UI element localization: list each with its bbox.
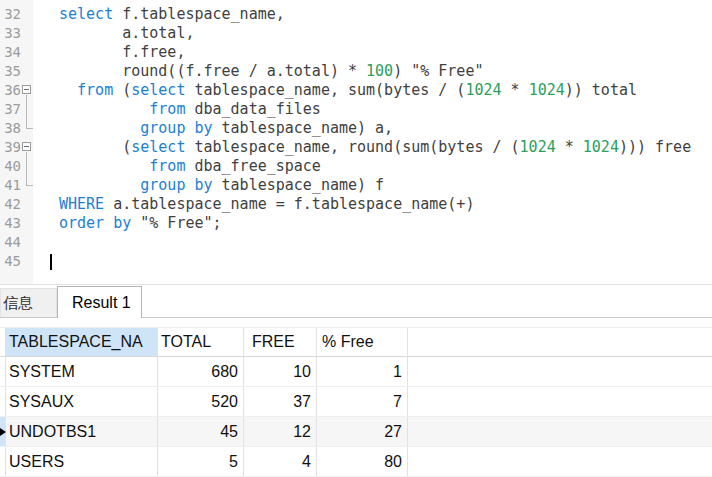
table-cell[interactable]: 680	[158, 357, 244, 386]
sql-text: f.free,	[59, 43, 185, 61]
code-line-42[interactable]: 42WHERE a.tablespace_name = f.tablespace…	[0, 195, 712, 214]
code-text: round((f.free / a.total) * 100) "% Free"	[33, 62, 483, 81]
code-line-36[interactable]: 36 from (select tablespace_name, sum(byt…	[0, 81, 712, 100]
table-row[interactable]: SYSAUX520377	[0, 387, 712, 417]
table-cell[interactable]: 80	[317, 447, 408, 476]
sql-text: tablespace_name, round(sum(bytes / (	[185, 138, 519, 156]
editor-lines: 3132select f.tablespace_name,33 a.total,…	[0, 0, 712, 271]
code-line-33[interactable]: 33 a.total,	[0, 24, 712, 43]
code-line-32[interactable]: 32select f.tablespace_name,	[0, 5, 712, 24]
table-cell[interactable]: 4	[244, 447, 317, 476]
fold-decoration	[21, 5, 33, 24]
fold-toggle-icon[interactable]	[21, 138, 33, 157]
code-line-38[interactable]: 38 group by tablespace_name) a,	[0, 119, 712, 138]
sql-keyword: group by	[140, 119, 212, 137]
column-header-pct-free[interactable]: % Free	[317, 328, 408, 356]
column-header-tablespace-name[interactable]: TABLESPACE_NA	[6, 328, 158, 356]
code-text: group by tablespace_name) a,	[33, 119, 393, 138]
table-cell[interactable]: SYSAUX	[6, 387, 158, 416]
fold-decoration	[21, 176, 33, 195]
line-number: 44	[0, 233, 21, 252]
sql-text: tablespace_name, sum(bytes / (	[185, 81, 465, 99]
code-text: (select tablespace_name, round(sum(bytes…	[33, 138, 691, 157]
table-cell[interactable]: 45	[158, 417, 244, 446]
code-line-35[interactable]: 35 round((f.free / a.total) * 100) "% Fr…	[0, 62, 712, 81]
fold-decoration	[21, 62, 33, 81]
fold-collapse-minus-icon[interactable]	[22, 85, 31, 94]
code-line-34[interactable]: 34 f.free,	[0, 43, 712, 62]
row-marker-cell	[0, 387, 6, 416]
sql-keyword: from	[149, 157, 185, 175]
row-marker-header-cell	[0, 328, 6, 356]
table-cell[interactable]: 10	[244, 357, 317, 386]
row-marker-cell	[0, 417, 6, 446]
column-header-free[interactable]: FREE	[244, 328, 317, 356]
fold-toggle-icon[interactable]	[21, 81, 33, 100]
code-line-39[interactable]: 39 (select tablespace_name, round(sum(by…	[0, 138, 712, 157]
sql-text	[59, 119, 140, 137]
sql-keyword: from	[149, 100, 185, 118]
table-row[interactable]: UNDOTBS1451227	[0, 417, 712, 447]
sql-text: (	[59, 138, 131, 156]
line-number: 43	[0, 214, 21, 233]
code-line-41[interactable]: 41 group by tablespace_name) f	[0, 176, 712, 195]
code-text	[33, 233, 59, 252]
fold-decoration	[21, 157, 33, 176]
table-cell[interactable]: 37	[244, 387, 317, 416]
column-header-total[interactable]: TOTAL	[158, 328, 244, 356]
sql-text: ) "% Free"	[393, 62, 483, 80]
line-number: 34	[0, 43, 21, 62]
code-line-45[interactable]: 45	[0, 252, 712, 271]
code-text: order by "% Free";	[33, 214, 222, 233]
code-line-44[interactable]: 44	[0, 233, 712, 252]
line-number: 39	[0, 138, 21, 157]
code-text: WHERE a.tablespace_name = f.tablespace_n…	[33, 195, 474, 214]
code-line-40[interactable]: 40 from dba_free_space	[0, 157, 712, 176]
sql-text: *	[556, 138, 583, 156]
table-cell[interactable]: 1	[317, 357, 408, 386]
table-cell[interactable]: 7	[317, 387, 408, 416]
line-number: 36	[0, 81, 21, 100]
sql-keyword: group by	[140, 176, 212, 194]
fold-collapse-minus-icon[interactable]	[22, 142, 31, 151]
sql-text: "% Free";	[131, 214, 221, 232]
row-marker-cell	[0, 447, 6, 476]
table-cell[interactable]: 5	[158, 447, 244, 476]
fold-decoration	[21, 24, 33, 43]
line-number: 38	[0, 119, 21, 138]
line-number: 35	[0, 62, 21, 81]
tab-result-1[interactable]: Result 1	[57, 286, 142, 318]
code-line-43[interactable]: 43order by "% Free";	[0, 214, 712, 233]
sql-text: round((f.free / a.total) *	[59, 62, 366, 80]
table-cell[interactable]: 27	[317, 417, 408, 446]
grid-header-row: TABLESPACE_NA TOTAL FREE % Free	[0, 327, 712, 357]
table-cell[interactable]: SYSTEM	[6, 357, 158, 386]
sql-editor[interactable]: 3132select f.tablespace_name,33 a.total,…	[0, 0, 712, 285]
fold-decoration	[21, 43, 33, 62]
sql-keyword: WHERE	[59, 195, 104, 213]
tab-result-1-label: Result 1	[72, 294, 131, 312]
table-row[interactable]: USERS5480	[0, 447, 712, 477]
line-number: 33	[0, 24, 21, 43]
line-number: 45	[0, 252, 21, 271]
sql-text: (	[113, 81, 131, 99]
sql-number-literal: 100	[366, 62, 393, 80]
tab-messages[interactable]: 信息	[0, 288, 57, 317]
results-grid: TABLESPACE_NA TOTAL FREE % Free SYSTEM68…	[0, 327, 712, 477]
sql-text: a.tablespace_name = f.tablespace_name(+)	[104, 195, 474, 213]
table-row[interactable]: SYSTEM680101	[0, 357, 712, 387]
sql-text: dba_data_files	[185, 100, 320, 118]
table-cell[interactable]: 12	[244, 417, 317, 446]
line-number: 41	[0, 176, 21, 195]
table-cell[interactable]: 520	[158, 387, 244, 416]
table-cell[interactable]: USERS	[6, 447, 158, 476]
table-cell[interactable]: UNDOTBS1	[6, 417, 158, 446]
line-number: 37	[0, 100, 21, 119]
results-tab-bar: 信息 Result 1	[0, 285, 712, 318]
sql-keyword: select	[59, 5, 113, 23]
results-panel: TABLESPACE_NA TOTAL FREE % Free SYSTEM68…	[0, 318, 712, 477]
sql-text	[59, 157, 149, 175]
sql-keyword: select	[131, 81, 185, 99]
code-line-37[interactable]: 37 from dba_data_files	[0, 100, 712, 119]
sql-text: tablespace_name) f	[213, 176, 385, 194]
